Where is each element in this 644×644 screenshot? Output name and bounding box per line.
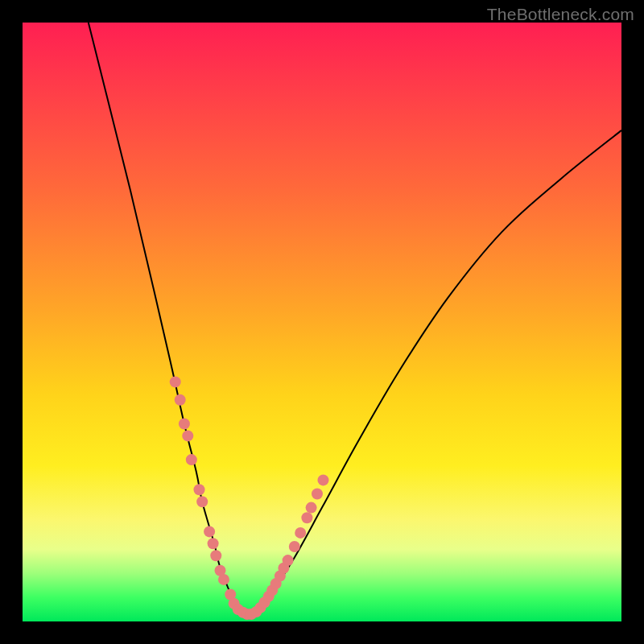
marker-dot bbox=[306, 502, 317, 514]
markers-group bbox=[170, 376, 329, 620]
marker-dot bbox=[179, 419, 190, 430]
marker-dot bbox=[301, 512, 312, 523]
plot-area bbox=[23, 23, 621, 621]
marker-dot bbox=[283, 555, 294, 566]
marker-dot bbox=[194, 484, 205, 495]
marker-dot bbox=[210, 550, 221, 561]
marker-dot bbox=[182, 430, 193, 441]
marker-dot bbox=[289, 541, 300, 552]
watermark-text: TheBottleneck.com bbox=[487, 5, 634, 24]
marker-dot bbox=[208, 538, 219, 549]
marker-dot bbox=[295, 527, 306, 539]
marker-dot bbox=[170, 376, 181, 387]
marker-dot bbox=[186, 454, 197, 465]
marker-dot bbox=[175, 394, 186, 406]
marker-dot bbox=[204, 526, 215, 537]
marker-dot bbox=[218, 574, 229, 585]
bottleneck-curve-path bbox=[89, 23, 621, 616]
marker-dot bbox=[318, 474, 329, 485]
marker-dot bbox=[196, 496, 208, 507]
marker-dot bbox=[312, 489, 323, 500]
outer-frame: TheBottleneck.com bbox=[0, 0, 644, 644]
chart-svg bbox=[23, 23, 621, 621]
